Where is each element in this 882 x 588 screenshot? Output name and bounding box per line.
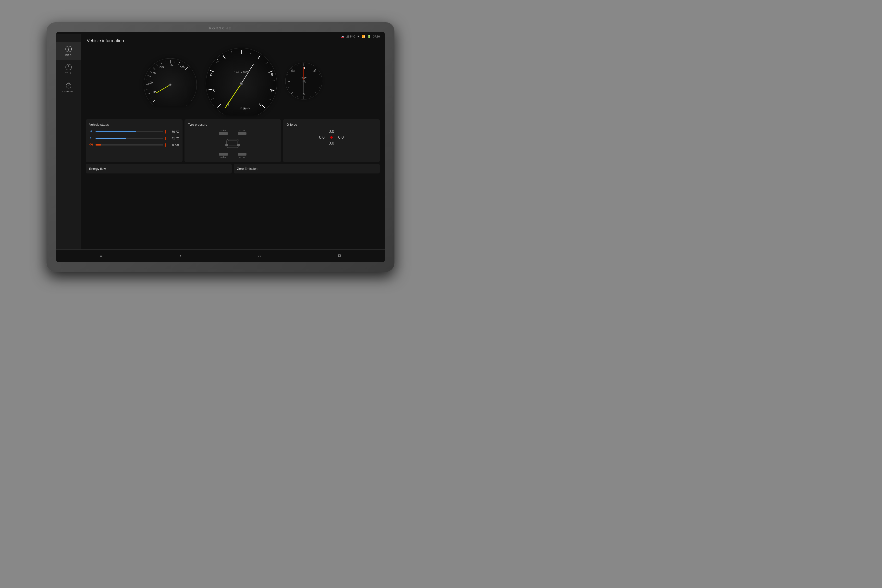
svg-text:6: 6 — [260, 102, 262, 106]
tyre-rl-bar — [219, 153, 228, 156]
tyre-rear-left: --- bar — [219, 153, 228, 159]
gforce-right: 0.0 — [337, 135, 345, 140]
home-icon: ⌂ — [258, 254, 261, 258]
status-row-1: 41 °C — [89, 136, 179, 141]
svg-text:1: 1 — [217, 58, 219, 63]
status-value-1: 41 °C — [168, 137, 179, 140]
status-value-0: 50 °C — [168, 130, 179, 134]
svg-text:3: 3 — [213, 89, 215, 93]
main-content: INFO TRIP — [56, 32, 385, 249]
back-button[interactable]: ‹ — [176, 251, 185, 260]
sidebar-label-info: INFO — [65, 54, 72, 56]
status-fill-2 — [96, 144, 101, 146]
svg-point-1 — [68, 48, 69, 48]
apps-button[interactable]: ⧉ — [334, 251, 345, 260]
apps-icon: ⧉ — [338, 254, 341, 258]
svg-text:1/min x 1000: 1/min x 1000 — [234, 71, 248, 74]
gforce-title: G-force — [286, 123, 376, 126]
status-row-0: 50 °C — [89, 129, 179, 134]
oil-temp-icon — [89, 136, 94, 141]
status-fill-1 — [96, 138, 126, 139]
tyre-layout: --- bar --- bar — [188, 129, 278, 159]
svg-text:7: 7 — [270, 89, 273, 93]
zero-emission-label: Zero Emission — [237, 167, 258, 171]
tyre-fl-label: --- bar — [220, 129, 226, 132]
tyre-pressure-title: Tyre pressure — [188, 123, 278, 126]
status-end-2 — [165, 143, 166, 147]
content-area: Vehicle information — [81, 34, 385, 249]
vehicle-status-card: Vehicle status — [86, 119, 183, 162]
tyre-rr-label: --- bar — [239, 156, 245, 159]
tyre-car-outline — [223, 137, 243, 151]
svg-rect-99 — [228, 140, 238, 145]
gforce-left: 0.0 — [318, 135, 326, 140]
energy-flow-card[interactable]: Energy flow — [86, 164, 232, 174]
nav-bar: ≡ ‹ ⌂ ⧉ — [56, 249, 385, 262]
sidebar: INFO TRIP — [56, 34, 81, 249]
tyre-front-right: --- bar — [238, 129, 246, 135]
front-tyres: --- bar --- bar — [219, 129, 246, 135]
tyre-pressure-card: Tyre pressure --- bar --- bar — [184, 119, 281, 162]
back-icon: ‹ — [180, 254, 181, 258]
signal-icon: 📶 — [362, 35, 365, 38]
speedometer-gauge: 50 100 150 200 250 300 — [142, 57, 198, 106]
svg-text:250: 250 — [170, 63, 174, 66]
cards-row: Vehicle status — [86, 119, 380, 162]
gauges-row: 50 100 150 200 250 300 — [86, 47, 380, 116]
tyre-fr-label: --- bar — [239, 129, 245, 132]
svg-text:E: E — [318, 80, 320, 82]
gforce-center-dot — [330, 136, 333, 139]
gforce-bottom: 0.0 — [327, 141, 336, 146]
status-end-0 — [165, 130, 166, 134]
tyre-fl-bar — [219, 132, 228, 135]
oil-pressure-icon — [89, 142, 94, 147]
svg-rect-101 — [237, 144, 240, 146]
svg-text:NE: NE — [313, 70, 316, 72]
status-fill-0 — [96, 131, 136, 132]
tyre-fr-bar — [238, 132, 246, 135]
gforce-middle: 0.0 0.0 — [318, 135, 345, 140]
svg-point-34 — [170, 84, 171, 86]
svg-text:5 m: 5 m — [302, 81, 306, 84]
trip-icon — [64, 63, 72, 71]
tyre-front-left: --- bar — [219, 129, 228, 135]
svg-text:150: 150 — [151, 72, 156, 75]
chrono-icon — [64, 81, 72, 89]
energy-flow-label: Energy flow — [89, 167, 106, 171]
menu-button[interactable]: ≡ — [96, 251, 106, 260]
tachometer-gauge: 1 2 3 4 5 6 7 8 1/min x 1000 0 — [203, 47, 279, 116]
svg-point-97 — [91, 144, 92, 145]
svg-text:300: 300 — [180, 66, 184, 69]
home-button[interactable]: ⌂ — [254, 251, 265, 260]
status-row-2: 0 bar — [89, 142, 179, 147]
status-bar: 🚗 21.5 °C ✦ 📶 🔋 07:30 — [341, 35, 380, 38]
battery-icon: 🔋 — [367, 35, 371, 38]
svg-rect-100 — [225, 144, 228, 146]
bluetooth-icon: ✦ — [357, 35, 360, 38]
vehicle-status-title: Vehicle status — [89, 123, 179, 126]
status-end-1 — [165, 137, 166, 140]
zero-emission-card[interactable]: Zero Emission — [234, 164, 380, 174]
engine-temp-icon — [89, 129, 94, 134]
svg-text:50: 50 — [153, 91, 156, 94]
tyre-rr-bar — [238, 153, 246, 156]
svg-text:200: 200 — [159, 65, 164, 68]
svg-text:NW: NW — [291, 70, 295, 72]
sidebar-item-info[interactable]: INFO — [56, 42, 81, 60]
info-icon — [64, 45, 72, 53]
svg-text:100: 100 — [148, 81, 153, 84]
tyre-rear-right: --- bar — [238, 153, 246, 159]
sidebar-label-chrono: CHRONO — [63, 90, 75, 93]
svg-text:0: 0 — [241, 106, 242, 110]
svg-text:8: 8 — [271, 73, 273, 77]
svg-point-67 — [240, 82, 242, 84]
sidebar-item-chrono[interactable]: CHRONO — [56, 78, 81, 96]
svg-text:2: 2 — [210, 72, 212, 76]
sidebar-item-trip[interactable]: TRIP — [56, 60, 81, 78]
rear-tyres: --- bar --- bar — [219, 153, 246, 159]
svg-text:352°: 352° — [301, 76, 307, 80]
tablet-frame: 🚗 21.5 °C ✦ 📶 🔋 07:30 INFO — [46, 22, 394, 272]
page-title: Vehicle information — [87, 38, 380, 44]
screen: 🚗 21.5 °C ✦ 📶 🔋 07:30 INFO — [56, 32, 385, 262]
svg-point-35 — [206, 48, 277, 116]
